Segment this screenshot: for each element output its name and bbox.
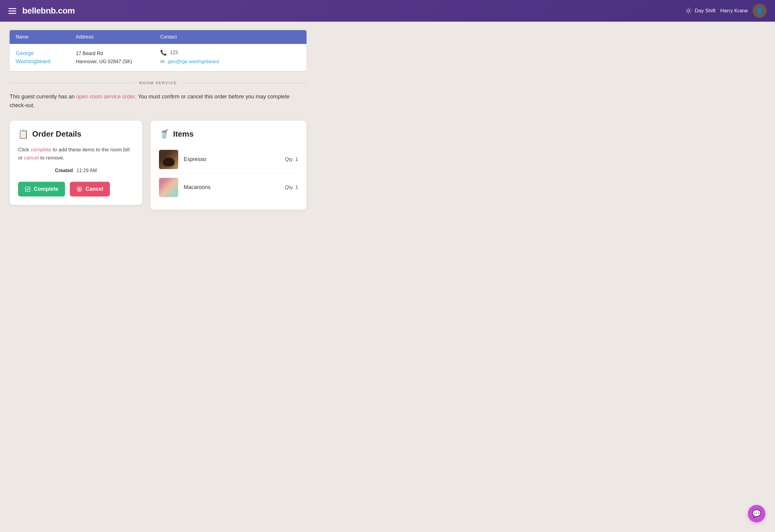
order-details-title: Order Details [32,129,81,139]
email-row: ✉ geo@rge.washignbeard [160,58,300,65]
email-icon: ✉ [160,58,165,65]
guest-address: 17 Beard Rd Hannover, UG 02847 (SK) [76,49,160,66]
checkmark-icon [25,186,31,192]
guest-contact: 📞 123 ✉ geo@rge.washignbeard [160,49,300,65]
user-avatar[interactable]: 👤 [753,4,767,18]
desc-before: Click [18,147,31,153]
chat-icon: 💬 [752,509,761,518]
items-list: Espresso Qty. 1 Macaroons Qty. 1 [159,146,298,201]
created-row: Created 11:29 AM [18,168,134,173]
items-title-row: 🥤 Items [159,129,298,139]
sun-icon [685,7,692,14]
items-card: 🥤 Items Espresso Qty. 1 Macaroons Qty. 1 [150,121,306,210]
day-shift-indicator[interactable]: Day Shift [685,7,715,14]
hamburger-line [8,8,16,9]
main-content: Name Address Contact George Washingbeard… [0,22,316,218]
column-name: Name [16,34,76,40]
list-item: Macaroons Qty. 1 [159,174,298,201]
section-divider: ROOM SERVICE [10,81,306,85]
order-description: Click complete to add these items to the… [18,146,134,162]
item-name-espresso: Espresso [184,156,279,162]
header-left: bellebnb.com [8,6,75,16]
desc-after: to remove. [39,155,64,161]
items-icon: 🥤 [159,129,169,139]
svg-line-6 [690,13,691,13]
user-name: Harry Krane [720,8,748,14]
order-title-row: 📋 Order Details [18,129,134,139]
cancel-button[interactable]: Cancel [70,182,110,196]
column-contact: Contact [160,34,300,40]
avatar-image: 👤 [753,4,767,18]
item-qty-macaroons: Qty. 1 [285,184,298,190]
cards-row: 📋 Order Details Click complete to add th… [10,121,306,210]
item-name-macaroons: Macaroons [184,184,279,190]
espresso-image [159,150,178,169]
phone-number: 123 [170,50,178,55]
svg-line-8 [690,9,691,9]
divider-line-right [181,83,306,83]
complete-link[interactable]: complete [31,147,51,153]
hamburger-line [8,13,16,14]
header-right: Day Shift Harry Krane 👤 [685,4,767,18]
guest-row: George Washingbeard 17 Beard Rd Hannover… [10,44,306,71]
notice-text-before: This guest currently has an [10,94,76,100]
macaroons-image [159,178,178,197]
created-label: Created [55,168,73,173]
cancel-link[interactable]: cancel [24,155,39,161]
hamburger-line [8,11,16,11]
guest-email[interactable]: geo@rge.washignbeard [168,59,219,64]
logo: bellebnb.com [22,6,75,16]
header: bellebnb.com Day Shift Harry Krane 👤 [0,0,775,22]
item-qty-espresso: Qty. 1 [285,156,298,162]
order-details-icon: 📋 [18,129,29,139]
cancel-icon [76,186,82,192]
section-label: ROOM SERVICE [139,81,177,85]
day-shift-label: Day Shift [695,8,715,14]
chat-button[interactable]: 💬 [748,505,765,522]
created-time: 11:29 AM [76,168,97,173]
phone-icon: 📞 [160,49,167,56]
items-title: Items [173,129,194,139]
hamburger-menu[interactable] [8,8,16,14]
guest-name[interactable]: George Washingbeard [16,49,76,66]
table-header: Name Address Contact [10,30,306,44]
svg-point-0 [687,10,690,12]
complete-button[interactable]: Complete [18,182,65,196]
guest-table: Name Address Contact George Washingbeard… [10,30,306,71]
column-address: Address [76,34,160,40]
order-details-card: 📋 Order Details Click complete to add th… [10,121,142,205]
phone-row: 📞 123 [160,49,300,56]
divider-line-left [10,83,135,83]
card-buttons: Complete Cancel [18,182,134,196]
open-order-link[interactable]: open room service order [76,94,135,100]
room-service-notice: This guest currently has an open room se… [10,92,306,110]
list-item: Espresso Qty. 1 [159,146,298,174]
